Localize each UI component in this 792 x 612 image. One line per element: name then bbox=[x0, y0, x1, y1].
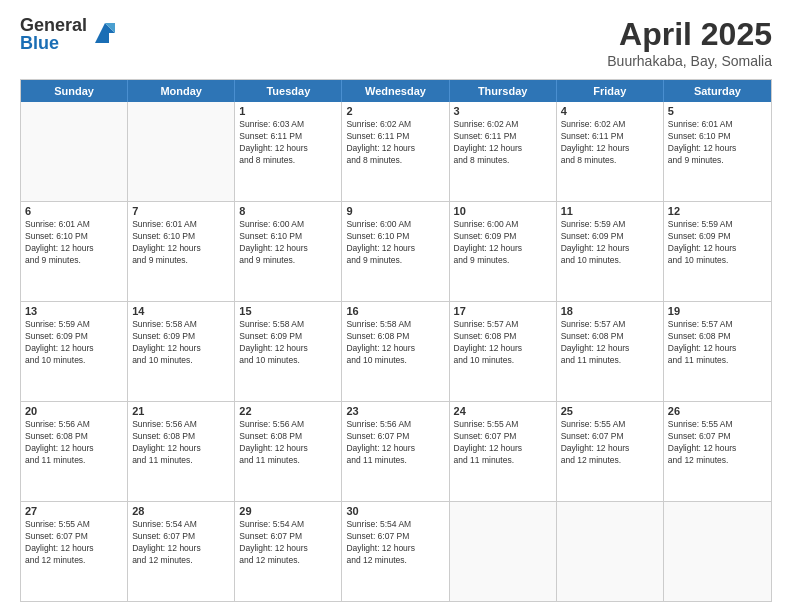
day-number: 19 bbox=[668, 305, 767, 317]
header-day-sunday: Sunday bbox=[21, 80, 128, 102]
day-info: Sunrise: 5:56 AMSunset: 6:08 PMDaylight:… bbox=[239, 419, 337, 467]
day-info: Sunrise: 5:55 AMSunset: 6:07 PMDaylight:… bbox=[668, 419, 767, 467]
day-number: 17 bbox=[454, 305, 552, 317]
day-cell-29: 29Sunrise: 5:54 AMSunset: 6:07 PMDayligh… bbox=[235, 502, 342, 601]
day-info: Sunrise: 5:57 AMSunset: 6:08 PMDaylight:… bbox=[454, 319, 552, 367]
day-cell-10: 10Sunrise: 6:00 AMSunset: 6:09 PMDayligh… bbox=[450, 202, 557, 301]
header: General Blue April 2025 Buurhakaba, Bay,… bbox=[20, 16, 772, 69]
day-cell-3: 3Sunrise: 6:02 AMSunset: 6:11 PMDaylight… bbox=[450, 102, 557, 201]
day-cell-27: 27Sunrise: 5:55 AMSunset: 6:07 PMDayligh… bbox=[21, 502, 128, 601]
day-info: Sunrise: 6:00 AMSunset: 6:09 PMDaylight:… bbox=[454, 219, 552, 267]
empty-cell bbox=[450, 502, 557, 601]
day-cell-9: 9Sunrise: 6:00 AMSunset: 6:10 PMDaylight… bbox=[342, 202, 449, 301]
calendar: SundayMondayTuesdayWednesdayThursdayFrid… bbox=[20, 79, 772, 602]
day-number: 30 bbox=[346, 505, 444, 517]
day-cell-28: 28Sunrise: 5:54 AMSunset: 6:07 PMDayligh… bbox=[128, 502, 235, 601]
day-number: 25 bbox=[561, 405, 659, 417]
day-number: 14 bbox=[132, 305, 230, 317]
day-info: Sunrise: 5:58 AMSunset: 6:08 PMDaylight:… bbox=[346, 319, 444, 367]
day-info: Sunrise: 6:00 AMSunset: 6:10 PMDaylight:… bbox=[346, 219, 444, 267]
day-number: 16 bbox=[346, 305, 444, 317]
day-info: Sunrise: 5:54 AMSunset: 6:07 PMDaylight:… bbox=[346, 519, 444, 567]
day-number: 28 bbox=[132, 505, 230, 517]
header-day-wednesday: Wednesday bbox=[342, 80, 449, 102]
header-day-tuesday: Tuesday bbox=[235, 80, 342, 102]
day-number: 23 bbox=[346, 405, 444, 417]
header-day-saturday: Saturday bbox=[664, 80, 771, 102]
day-cell-24: 24Sunrise: 5:55 AMSunset: 6:07 PMDayligh… bbox=[450, 402, 557, 501]
day-number: 18 bbox=[561, 305, 659, 317]
calendar-row-1: 1Sunrise: 6:03 AMSunset: 6:11 PMDaylight… bbox=[21, 102, 771, 201]
calendar-row-5: 27Sunrise: 5:55 AMSunset: 6:07 PMDayligh… bbox=[21, 501, 771, 601]
calendar-row-3: 13Sunrise: 5:59 AMSunset: 6:09 PMDayligh… bbox=[21, 301, 771, 401]
empty-cell bbox=[21, 102, 128, 201]
day-number: 12 bbox=[668, 205, 767, 217]
day-number: 8 bbox=[239, 205, 337, 217]
header-day-friday: Friday bbox=[557, 80, 664, 102]
day-cell-7: 7Sunrise: 6:01 AMSunset: 6:10 PMDaylight… bbox=[128, 202, 235, 301]
title-block: April 2025 Buurhakaba, Bay, Somalia bbox=[607, 16, 772, 69]
day-number: 29 bbox=[239, 505, 337, 517]
day-info: Sunrise: 6:01 AMSunset: 6:10 PMDaylight:… bbox=[132, 219, 230, 267]
header-day-monday: Monday bbox=[128, 80, 235, 102]
day-number: 27 bbox=[25, 505, 123, 517]
day-info: Sunrise: 5:59 AMSunset: 6:09 PMDaylight:… bbox=[668, 219, 767, 267]
header-day-thursday: Thursday bbox=[450, 80, 557, 102]
day-number: 10 bbox=[454, 205, 552, 217]
day-info: Sunrise: 6:02 AMSunset: 6:11 PMDaylight:… bbox=[454, 119, 552, 167]
calendar-body: 1Sunrise: 6:03 AMSunset: 6:11 PMDaylight… bbox=[21, 102, 771, 601]
day-cell-16: 16Sunrise: 5:58 AMSunset: 6:08 PMDayligh… bbox=[342, 302, 449, 401]
empty-cell bbox=[557, 502, 664, 601]
day-info: Sunrise: 6:02 AMSunset: 6:11 PMDaylight:… bbox=[561, 119, 659, 167]
empty-cell bbox=[128, 102, 235, 201]
day-info: Sunrise: 6:01 AMSunset: 6:10 PMDaylight:… bbox=[668, 119, 767, 167]
calendar-header: SundayMondayTuesdayWednesdayThursdayFrid… bbox=[21, 80, 771, 102]
day-cell-21: 21Sunrise: 5:56 AMSunset: 6:08 PMDayligh… bbox=[128, 402, 235, 501]
day-info: Sunrise: 5:55 AMSunset: 6:07 PMDaylight:… bbox=[25, 519, 123, 567]
subtitle: Buurhakaba, Bay, Somalia bbox=[607, 53, 772, 69]
day-number: 20 bbox=[25, 405, 123, 417]
day-info: Sunrise: 6:02 AMSunset: 6:11 PMDaylight:… bbox=[346, 119, 444, 167]
day-info: Sunrise: 5:54 AMSunset: 6:07 PMDaylight:… bbox=[239, 519, 337, 567]
day-info: Sunrise: 6:00 AMSunset: 6:10 PMDaylight:… bbox=[239, 219, 337, 267]
day-number: 22 bbox=[239, 405, 337, 417]
main-title: April 2025 bbox=[607, 16, 772, 53]
day-info: Sunrise: 5:57 AMSunset: 6:08 PMDaylight:… bbox=[668, 319, 767, 367]
day-cell-23: 23Sunrise: 5:56 AMSunset: 6:07 PMDayligh… bbox=[342, 402, 449, 501]
day-info: Sunrise: 5:56 AMSunset: 6:08 PMDaylight:… bbox=[132, 419, 230, 467]
day-number: 4 bbox=[561, 105, 659, 117]
logo-blue: Blue bbox=[20, 34, 87, 52]
day-number: 3 bbox=[454, 105, 552, 117]
day-cell-22: 22Sunrise: 5:56 AMSunset: 6:08 PMDayligh… bbox=[235, 402, 342, 501]
day-cell-17: 17Sunrise: 5:57 AMSunset: 6:08 PMDayligh… bbox=[450, 302, 557, 401]
day-cell-4: 4Sunrise: 6:02 AMSunset: 6:11 PMDaylight… bbox=[557, 102, 664, 201]
day-info: Sunrise: 6:01 AMSunset: 6:10 PMDaylight:… bbox=[25, 219, 123, 267]
day-number: 9 bbox=[346, 205, 444, 217]
day-cell-26: 26Sunrise: 5:55 AMSunset: 6:07 PMDayligh… bbox=[664, 402, 771, 501]
calendar-row-4: 20Sunrise: 5:56 AMSunset: 6:08 PMDayligh… bbox=[21, 401, 771, 501]
day-info: Sunrise: 5:59 AMSunset: 6:09 PMDaylight:… bbox=[25, 319, 123, 367]
day-number: 7 bbox=[132, 205, 230, 217]
day-cell-11: 11Sunrise: 5:59 AMSunset: 6:09 PMDayligh… bbox=[557, 202, 664, 301]
calendar-row-2: 6Sunrise: 6:01 AMSunset: 6:10 PMDaylight… bbox=[21, 201, 771, 301]
day-cell-2: 2Sunrise: 6:02 AMSunset: 6:11 PMDaylight… bbox=[342, 102, 449, 201]
day-info: Sunrise: 5:56 AMSunset: 6:08 PMDaylight:… bbox=[25, 419, 123, 467]
day-cell-12: 12Sunrise: 5:59 AMSunset: 6:09 PMDayligh… bbox=[664, 202, 771, 301]
day-number: 13 bbox=[25, 305, 123, 317]
day-info: Sunrise: 5:59 AMSunset: 6:09 PMDaylight:… bbox=[561, 219, 659, 267]
day-number: 6 bbox=[25, 205, 123, 217]
day-info: Sunrise: 5:55 AMSunset: 6:07 PMDaylight:… bbox=[561, 419, 659, 467]
logo-text: General Blue bbox=[20, 16, 87, 52]
page: General Blue April 2025 Buurhakaba, Bay,… bbox=[0, 0, 792, 612]
day-number: 26 bbox=[668, 405, 767, 417]
day-number: 5 bbox=[668, 105, 767, 117]
day-cell-13: 13Sunrise: 5:59 AMSunset: 6:09 PMDayligh… bbox=[21, 302, 128, 401]
day-number: 1 bbox=[239, 105, 337, 117]
day-cell-5: 5Sunrise: 6:01 AMSunset: 6:10 PMDaylight… bbox=[664, 102, 771, 201]
day-cell-6: 6Sunrise: 6:01 AMSunset: 6:10 PMDaylight… bbox=[21, 202, 128, 301]
logo: General Blue bbox=[20, 16, 119, 52]
logo-icon bbox=[91, 19, 119, 47]
day-info: Sunrise: 5:58 AMSunset: 6:09 PMDaylight:… bbox=[132, 319, 230, 367]
day-cell-25: 25Sunrise: 5:55 AMSunset: 6:07 PMDayligh… bbox=[557, 402, 664, 501]
day-number: 2 bbox=[346, 105, 444, 117]
